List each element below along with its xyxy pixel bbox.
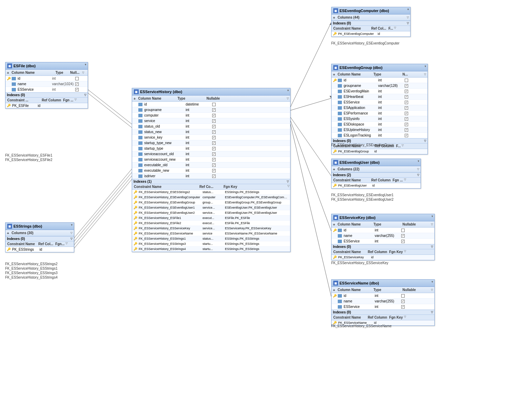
filter-icon[interactable]: ▽ [407, 22, 409, 25]
filter-icon[interactable]: ▽ [70, 237, 72, 240]
nullable-checkbox [401, 305, 405, 309]
filter-icon[interactable]: ▽ [431, 311, 433, 314]
spacer-icon [332, 133, 337, 138]
col-type: varchar(128) [377, 84, 405, 88]
filter-icon[interactable]: ▽ [287, 97, 289, 100]
scroll-indicator[interactable]: ▼ [424, 65, 427, 68]
expand-btn[interactable]: + [7, 71, 9, 75]
col-type-icon [138, 103, 142, 106]
col-type-icon [338, 240, 342, 243]
col-name: groupname [143, 108, 185, 112]
fgn-key: ESServiceName.PK_ESServiceName [224, 232, 278, 235]
scroll-indicator[interactable]: ▼ [431, 280, 434, 283]
nullable-checkbox [212, 141, 216, 145]
expand-btn[interactable]: + [134, 97, 136, 101]
col-name: ESPerformance [343, 111, 377, 115]
constraint-row: 🔑 PK_ESFile id [6, 103, 88, 108]
nullable-checkbox [401, 240, 405, 243]
constraint-name: PK_ESServiceKey [337, 256, 365, 259]
fk-icon: 🔑 [133, 242, 138, 246]
filter-icon[interactable]: ▽ [431, 223, 433, 226]
ref-col: id [371, 184, 376, 187]
filter-icon[interactable]: ▽ [394, 26, 396, 31]
filter-icon[interactable]: ▽ [70, 231, 72, 234]
spacer-icon [332, 128, 337, 132]
table-icon: ▦ [333, 160, 338, 165]
constraint-name: FK_ESServiceHistory_ESEventlogGroup [138, 201, 201, 204]
nullable-checkbox [212, 130, 216, 134]
constraint-row: 🔑 PK_ESServiceKey id [332, 255, 434, 260]
fk-label-group: FK_ESServiceHistory_ESEventlogGroup [331, 143, 394, 147]
filter-icon[interactable]: ▽ [75, 98, 77, 102]
filter-icon[interactable]: ▽ [431, 288, 433, 291]
constraint-row: 🔑 FK_ESServiceHistory_ESStrings3 startu.… [132, 241, 290, 247]
refcol-col: Ref Column [370, 178, 392, 182]
expand-btn[interactable]: + [333, 167, 335, 171]
filter-icon[interactable]: ▽ [82, 71, 84, 74]
expand-btn[interactable]: + [7, 231, 9, 235]
toolbar: + Column Name Type N... ▽ [332, 71, 427, 78]
filter-icon[interactable]: ▽ [66, 242, 68, 246]
table-icon: ▦ [7, 224, 12, 229]
filter-icon[interactable]: ▽ [404, 178, 406, 182]
filter-icon[interactable]: ▽ [407, 16, 409, 19]
filter-icon[interactable]: ▽ [287, 180, 289, 183]
esetventloggroup-title: ESEventlogGroup (dbo) [339, 66, 383, 70]
nullable-checkbox [405, 95, 408, 99]
scroll-indicator[interactable]: ▼ [70, 223, 73, 227]
filter-icon[interactable]: ▽ [431, 245, 433, 248]
constraint-row: 🔑 FK_ESServiceHistory_ESServiceName serv… [132, 231, 290, 236]
fgn-col: Fgn Key [388, 250, 404, 254]
esservicekey-table: ▦ ESServiceKey (dbo) ▼ + Column Name Typ… [331, 214, 435, 260]
scroll-indicator[interactable]: ▼ [407, 8, 410, 11]
constraint-row: 🔑 PK_ESStrings id [6, 247, 74, 252]
col-name: service [143, 119, 185, 123]
col-type: int [185, 163, 212, 167]
constraint-row: 🔑 FK_ESServiceHistory_ESEventlogUser2 se… [132, 210, 290, 216]
constraint-row: 🔑 FK_ESServiceHistory_ESServiceKey servi… [132, 226, 290, 231]
fk-label-esstrings2: FK_ESServiceHistory_ESStrings2 [5, 262, 58, 266]
fgn-key: ESStrings.PK_ESStrings [224, 237, 260, 240]
col-name: id [343, 228, 374, 232]
expand-btn[interactable]: + [333, 72, 335, 77]
scroll-indicator[interactable]: ▼ [431, 215, 434, 218]
col-type: int [377, 100, 405, 104]
fk-label-esstrings4: FK_ESServiceHistory_ESStrings4 [5, 276, 58, 279]
scroll-indicator[interactable]: ▼ [84, 63, 87, 66]
col-name: isdriver [143, 174, 185, 178]
ref-col: status... [201, 190, 224, 194]
filter-icon[interactable]: ▽ [417, 168, 419, 171]
expand-btn[interactable]: + [333, 288, 335, 292]
spacer-icon [133, 113, 138, 118]
key-icon: 🔑 [332, 294, 337, 298]
fk-label-esfile1: FK_ESServiceHistory_ESFile1 [5, 153, 52, 157]
col-name: ESService [343, 305, 374, 309]
filter-icon[interactable]: ▽ [84, 93, 86, 97]
nullable-checkbox [212, 119, 216, 123]
table-row: status_old int [132, 124, 290, 129]
col-type-icon [338, 101, 342, 104]
filter-icon[interactable]: ▽ [404, 315, 406, 320]
fgn-key: ESFile.PK_ESFile [224, 221, 251, 225]
scroll-indicator[interactable]: ▼ [287, 89, 289, 92]
filter-icon[interactable]: ▽ [424, 139, 426, 142]
col-name: startup_type [143, 147, 185, 150]
col-name: ESService [343, 239, 374, 243]
fgn-key: ESServiceKey.PK_ESServiceKey [224, 227, 272, 230]
fgn-key: ESStrings.PK_ESStrings [224, 247, 260, 251]
fgn-key: ESStrings.PK_ESStrings [224, 190, 260, 194]
scroll-indicator[interactable]: ▼ [417, 160, 420, 163]
filter-icon[interactable]: ▽ [404, 250, 406, 254]
esfile-title: ESFile (dbo) [13, 64, 36, 68]
filter-icon[interactable]: ▽ [417, 173, 419, 177]
col-type: int [374, 239, 401, 243]
expand-btn[interactable]: + [333, 222, 335, 227]
col-type-icon [12, 88, 16, 91]
filter-icon[interactable]: ▽ [287, 184, 289, 189]
svg-line-9 [74, 176, 132, 245]
expand-btn[interactable]: + [333, 16, 335, 20]
filter-icon[interactable]: ▽ [424, 73, 426, 76]
filter-icon[interactable]: ▽ [402, 144, 404, 148]
col-type-icon [338, 90, 342, 93]
nullable-checkbox [405, 106, 408, 110]
